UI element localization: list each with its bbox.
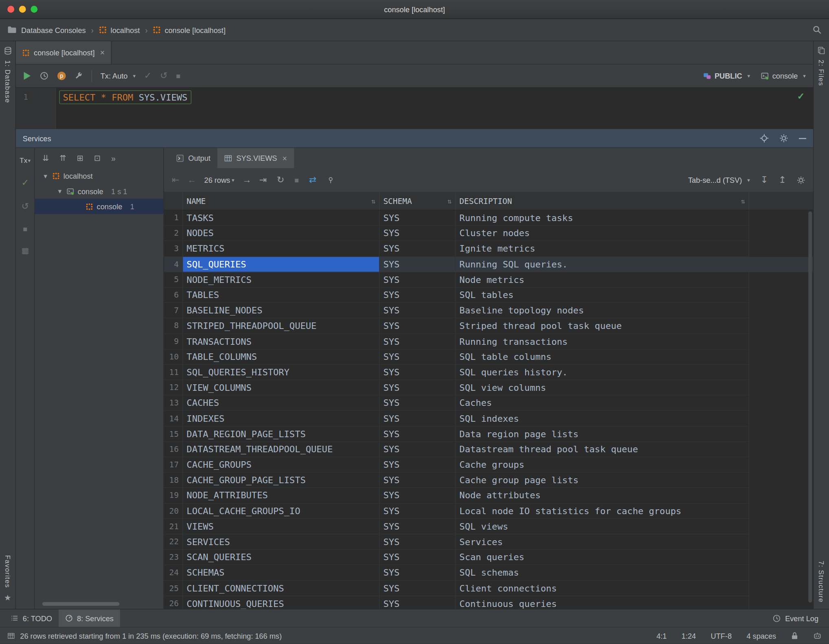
- tool-stripe-favorites[interactable]: Favorites: [4, 555, 11, 588]
- cell-description[interactable]: Ignite metrics: [456, 241, 749, 257]
- cell-name[interactable]: CACHE_GROUP_PAGE_LISTS: [183, 473, 379, 488]
- cell-schema[interactable]: SYS: [379, 596, 456, 609]
- next-page-icon[interactable]: →: [242, 175, 251, 185]
- tree-item-localhost[interactable]: ▼ localhost: [35, 168, 164, 184]
- indent-widget[interactable]: 4 spaces: [746, 631, 776, 640]
- cell-description[interactable]: Local node IO statistics for cache group…: [456, 504, 749, 519]
- assistant-robot-icon[interactable]: [813, 631, 822, 640]
- cell-name[interactable]: TRANSACTIONS: [183, 334, 379, 349]
- search-icon[interactable]: [813, 25, 822, 34]
- cell-name[interactable]: SQL_QUERIES: [183, 256, 379, 272]
- table-row[interactable]: 14INDEXESSYSSQL indexes: [164, 411, 814, 426]
- locate-icon[interactable]: [760, 134, 769, 143]
- table-row[interactable]: 24SCHEMASSYSSQL schemas: [164, 565, 814, 580]
- tab-sys-views[interactable]: SYS.VIEWS ×: [217, 148, 294, 168]
- column-header-description[interactable]: DESCRIPTION ⇅: [456, 193, 749, 210]
- table-row[interactable]: 19NODE_ATTRIBUTESSYSNode attributes: [164, 488, 814, 504]
- cell-description[interactable]: Caches: [456, 396, 749, 411]
- table-row[interactable]: 26CONTINUOUS_QUERIESSYSContinuous querie…: [164, 596, 814, 609]
- table-row[interactable]: 6TABLESSYSSQL tables: [164, 287, 814, 303]
- cell-schema[interactable]: SYS: [379, 442, 456, 457]
- close-icon[interactable]: ×: [281, 153, 287, 162]
- sort-icon[interactable]: ⇅: [447, 197, 452, 205]
- cell-schema[interactable]: SYS: [379, 349, 456, 365]
- cell-name[interactable]: INDEXES: [183, 411, 379, 426]
- cell-name[interactable]: DATASTREAM_THREADPOOL_QUEUE: [183, 442, 379, 457]
- cell-name[interactable]: DATA_REGION_PAGE_LISTS: [183, 426, 379, 442]
- sql-statement[interactable]: SELECT * FROM SYS.VIEWS: [59, 90, 191, 104]
- cell-name[interactable]: SCHEMAS: [183, 565, 379, 580]
- table-row[interactable]: 17CACHE_GROUPSSYSCache groups: [164, 457, 814, 473]
- cell-description[interactable]: Cache group page lists: [456, 473, 749, 488]
- more-actions-icon[interactable]: »: [111, 153, 116, 162]
- cell-description[interactable]: Running SQL queries.: [456, 256, 749, 272]
- cell-schema[interactable]: SYS: [379, 303, 456, 318]
- cell-name[interactable]: TABLES: [183, 287, 379, 303]
- close-icon[interactable]: ×: [99, 48, 105, 57]
- cell-description[interactable]: SQL tables: [456, 287, 749, 303]
- table-row[interactable]: 11SQL_QUERIES_HISTORYSYSSQL queries hist…: [164, 365, 814, 380]
- run-icon[interactable]: [23, 71, 31, 80]
- cell-name[interactable]: VIEWS: [183, 519, 379, 534]
- last-page-icon[interactable]: ⇥: [259, 174, 267, 185]
- table-row[interactable]: 18CACHE_GROUP_PAGE_LISTSSYSCache group p…: [164, 473, 814, 488]
- windowed-mode-icon[interactable]: ▦: [21, 246, 29, 255]
- gear-icon[interactable]: [797, 176, 805, 184]
- group-by-icon[interactable]: ⊞: [77, 153, 83, 163]
- table-row[interactable]: 10TABLE_COLUMNSSYSSQL table columns: [164, 349, 814, 365]
- editor-tab-console[interactable]: console [localhost] ×: [16, 41, 112, 64]
- cell-description[interactable]: SQL table columns: [456, 349, 749, 365]
- cell-name[interactable]: NODE_METRICS: [183, 272, 379, 287]
- cell-name[interactable]: BASELINE_NODES: [183, 303, 379, 318]
- table-row[interactable]: 25CLIENT_CONNECTIONSSYSClient connection…: [164, 580, 814, 596]
- grid-position-widget[interactable]: 4:1: [656, 631, 667, 640]
- settings-wrench-icon[interactable]: [75, 72, 83, 80]
- stop-icon[interactable]: ■: [23, 225, 27, 233]
- cell-name[interactable]: CACHES: [183, 396, 379, 411]
- first-page-icon[interactable]: ⇤: [172, 174, 180, 185]
- horizontal-scrollbar[interactable]: [42, 602, 120, 606]
- cell-schema[interactable]: SYS: [379, 318, 456, 334]
- expand-all-icon[interactable]: ⇊: [42, 153, 49, 163]
- stop-icon[interactable]: ■: [294, 176, 299, 184]
- tab-output[interactable]: Output: [169, 148, 217, 168]
- cell-schema[interactable]: SYS: [379, 504, 456, 519]
- cell-description[interactable]: Client connections: [456, 580, 749, 596]
- table-row[interactable]: 4SQL_QUERIESSYSRunning SQL queries.: [164, 256, 814, 272]
- cell-name[interactable]: SCAN_QUERIES: [183, 550, 379, 565]
- column-header-name[interactable]: NAME ⇅: [183, 193, 379, 210]
- table-row[interactable]: 21VIEWSSYSSQL views: [164, 519, 814, 534]
- table-row[interactable]: 1TASKSSYSRunning compute tasks: [164, 210, 814, 226]
- commit-icon[interactable]: ✓: [144, 70, 152, 81]
- sql-editor[interactable]: 1 SELECT * FROM SYS.VIEWS ✓: [16, 88, 813, 129]
- cell-schema[interactable]: SYS: [379, 488, 456, 504]
- caret-position-widget[interactable]: 1:24: [682, 631, 696, 640]
- table-row[interactable]: 16DATASTREAM_THREADPOOL_QUEUESYSDatastre…: [164, 442, 814, 457]
- inspections-ok-icon[interactable]: ✓: [797, 91, 805, 102]
- commit-icon[interactable]: ✓: [21, 177, 29, 188]
- breadcrumb-localhost[interactable]: localhost: [99, 26, 140, 34]
- parameters-icon[interactable]: p: [57, 71, 66, 80]
- sort-icon[interactable]: ⇅: [741, 197, 745, 205]
- services-toolwindow-button[interactable]: 8: Services: [59, 609, 120, 627]
- lock-icon[interactable]: [791, 631, 798, 640]
- cell-description[interactable]: SQL indexes: [456, 411, 749, 426]
- tree-item-console-file[interactable]: console 1: [35, 199, 164, 214]
- table-row[interactable]: 13CACHESSYSCaches: [164, 396, 814, 411]
- export-format-selector[interactable]: Tab-se...d (TSV) ▾: [688, 176, 750, 184]
- cell-description[interactable]: SQL views: [456, 519, 749, 534]
- cell-description[interactable]: Data region page lists: [456, 426, 749, 442]
- zoom-window-button[interactable]: [31, 6, 37, 13]
- close-window-button[interactable]: [7, 6, 14, 13]
- chevron-down-icon[interactable]: ▼: [57, 188, 63, 195]
- table-row[interactable]: 9TRANSACTIONSSYSRunning transactions: [164, 334, 814, 349]
- table-row[interactable]: 7BASELINE_NODESSYSBaseline topology node…: [164, 303, 814, 318]
- cell-description[interactable]: Node attributes: [456, 488, 749, 504]
- gear-icon[interactable]: [779, 134, 788, 143]
- cell-schema[interactable]: SYS: [379, 550, 456, 565]
- cell-description[interactable]: Striped thread pool task queue: [456, 318, 749, 334]
- cell-name[interactable]: SQL_QUERIES_HISTORY: [183, 365, 379, 380]
- cell-description[interactable]: Node metrics: [456, 272, 749, 287]
- encoding-widget[interactable]: UTF-8: [711, 631, 732, 640]
- todo-toolwindow-button[interactable]: 6: TODO: [4, 609, 58, 627]
